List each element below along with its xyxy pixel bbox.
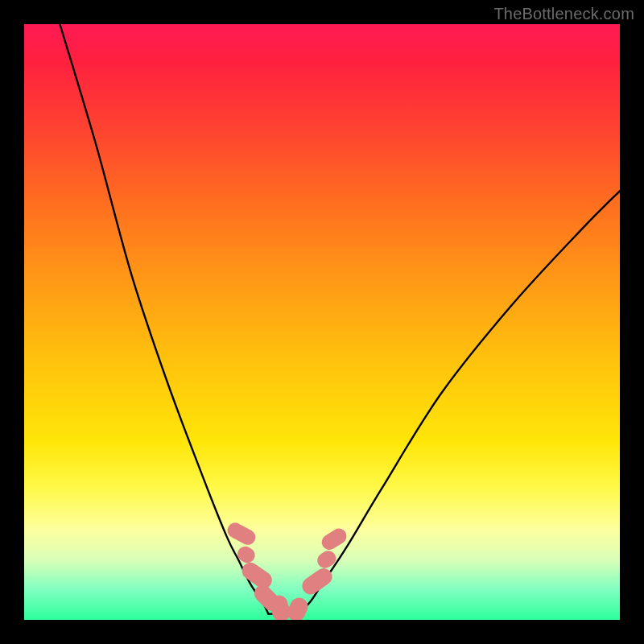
marker-layer — [24, 24, 620, 620]
salmon-marker — [225, 520, 258, 547]
salmon-marker — [285, 595, 312, 620]
plot-area — [24, 24, 620, 620]
salmon-marker — [299, 565, 335, 597]
watermark-text: TheBottleneck.com — [493, 5, 634, 23]
salmon-marker — [315, 547, 339, 571]
salmon-marker — [319, 526, 349, 553]
